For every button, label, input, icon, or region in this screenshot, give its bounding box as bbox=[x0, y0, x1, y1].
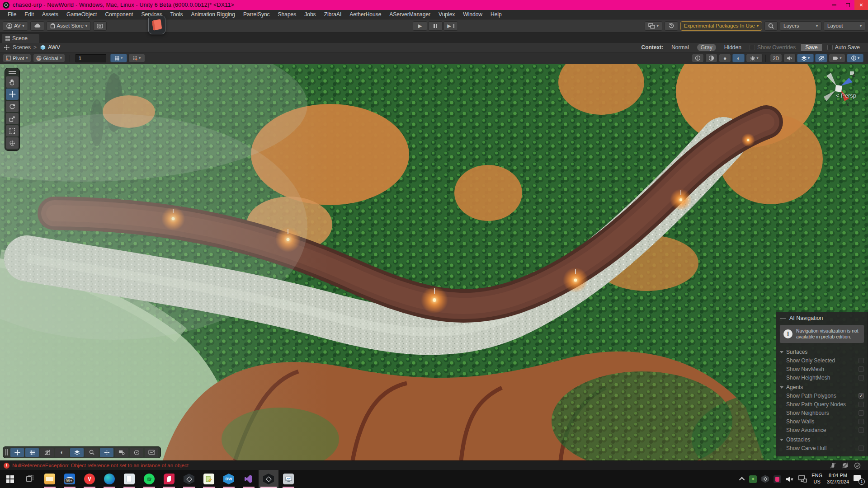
menu-edit[interactable]: Edit bbox=[20, 10, 38, 19]
toggle-show-neighbours[interactable]: Show Neighbours bbox=[776, 408, 868, 417]
checkbox[interactable] bbox=[859, 366, 864, 372]
show-overrides-toggle[interactable]: Show Overrides bbox=[750, 44, 796, 51]
render-mode-icon-button[interactable] bbox=[692, 54, 704, 62]
section-agents[interactable]: Agents bbox=[776, 382, 868, 391]
move-tool[interactable] bbox=[6, 89, 19, 100]
start-button[interactable] bbox=[0, 470, 20, 488]
panel-drag-handle[interactable] bbox=[780, 317, 786, 319]
cloud-button[interactable] bbox=[30, 21, 44, 31]
checkbox[interactable] bbox=[859, 446, 864, 451]
checkbox[interactable] bbox=[859, 419, 864, 424]
section-surfaces[interactable]: Surfaces bbox=[776, 347, 868, 356]
volume-muted-icon[interactable] bbox=[786, 476, 794, 483]
debug-effects-dropdown[interactable]: ▾ bbox=[746, 54, 763, 62]
taskbar-icon-visual-studio[interactable] bbox=[239, 470, 259, 488]
search-button[interactable] bbox=[764, 21, 778, 31]
record-button[interactable] bbox=[93, 21, 107, 31]
checkbox[interactable] bbox=[859, 410, 864, 416]
show-overrides-checkbox[interactable] bbox=[750, 45, 755, 50]
scale-tool[interactable] bbox=[6, 113, 19, 124]
network-icon[interactable] bbox=[798, 475, 807, 483]
taskbar-icon-mail[interactable]: 99+ bbox=[60, 470, 80, 488]
taskbar-icon-vivaldi[interactable]: V bbox=[80, 470, 99, 488]
rect-tool[interactable] bbox=[6, 125, 19, 136]
clock[interactable]: 8:04 PM 3/27/2024 bbox=[827, 473, 849, 485]
orientation-gizmo[interactable]: z x bbox=[818, 69, 859, 109]
toggle-show-walls[interactable]: Show Walls bbox=[776, 417, 868, 426]
menu-vuplex[interactable]: Vuplex bbox=[434, 10, 459, 19]
account-dropdown[interactable]: AV▾ bbox=[3, 21, 28, 31]
tray-pink-app-icon[interactable] bbox=[774, 475, 781, 483]
maximize-button[interactable] bbox=[841, 0, 854, 10]
save-button[interactable]: Save bbox=[800, 43, 822, 52]
breadcrumb-current[interactable]: AWV bbox=[48, 44, 60, 51]
auto-save-checkbox[interactable] bbox=[827, 45, 833, 50]
menu-help[interactable]: Help bbox=[486, 10, 506, 19]
asset-store-button[interactable]: Asset Store▾ bbox=[47, 21, 91, 31]
rotate-tool[interactable] bbox=[6, 101, 19, 112]
taskbar-icon-unity-hub[interactable] bbox=[179, 470, 199, 488]
checkbox[interactable] bbox=[859, 402, 864, 407]
checkbox[interactable] bbox=[859, 375, 864, 380]
undo-history-button[interactable] bbox=[665, 21, 678, 31]
auto-save-toggle[interactable]: Auto Save bbox=[827, 44, 860, 51]
taskbar-icon-unity-editor[interactable] bbox=[259, 470, 278, 488]
taskbar-icon-explorer[interactable] bbox=[40, 470, 60, 488]
titlebar[interactable]: chased-urp - NewWorld - Windows, Mac, Li… bbox=[0, 0, 868, 10]
step-button[interactable]: ▶ bbox=[443, 21, 458, 31]
hidden-objects-toggle[interactable] bbox=[815, 54, 827, 62]
layout-dropdown[interactable]: Layout▾ bbox=[824, 21, 865, 31]
close-button[interactable]: × bbox=[854, 0, 868, 10]
task-view-button[interactable] bbox=[20, 470, 40, 488]
progress-check-icon[interactable] bbox=[854, 462, 861, 469]
scene-viewport[interactable]: z x < Persp AI Navigation ! Navigation v… bbox=[0, 64, 868, 460]
palette-drag-handle[interactable] bbox=[9, 71, 16, 74]
experimental-packages-button[interactable]: Experimental Packages In Use ▾ bbox=[680, 21, 762, 31]
global-dropdown[interactable]: Global▾ bbox=[33, 54, 65, 62]
pause-button[interactable] bbox=[428, 21, 443, 31]
taskbar-icon-red-app[interactable] bbox=[159, 470, 179, 488]
menu-gameobject[interactable]: GameObject bbox=[62, 10, 101, 19]
checkbox[interactable] bbox=[859, 358, 864, 363]
lighting-toggle[interactable]: ● bbox=[719, 54, 731, 62]
transform-tool[interactable] bbox=[6, 137, 19, 149]
tab-scene[interactable]: Scene bbox=[2, 34, 39, 43]
overlay-stats[interactable] bbox=[145, 448, 158, 457]
taskbar-icon-notes[interactable] bbox=[199, 470, 219, 488]
overlay-move-tool[interactable] bbox=[10, 448, 24, 457]
audio-mute-toggle[interactable] bbox=[783, 54, 796, 62]
section-obstacles[interactable]: Obstacles bbox=[776, 434, 868, 444]
console-error-message[interactable]: NullReferenceException: Object reference… bbox=[12, 463, 189, 468]
context-option-hidden[interactable]: Hidden bbox=[721, 44, 745, 51]
menu-zibraai[interactable]: ZibraAI bbox=[320, 10, 346, 19]
overlay-camera-tool[interactable] bbox=[115, 448, 128, 457]
menu-jobs[interactable]: Jobs bbox=[300, 10, 320, 19]
checkbox-checked[interactable]: ✓ bbox=[859, 393, 864, 399]
package-notification-icon[interactable] bbox=[148, 15, 165, 34]
pivot-dropdown[interactable]: Pivot▾ bbox=[3, 54, 31, 62]
camera-settings-dropdown[interactable]: ▾ bbox=[829, 54, 845, 62]
taskbar-icon-spotify[interactable] bbox=[139, 470, 159, 488]
taskbar-icon-notepad[interactable] bbox=[119, 470, 139, 488]
context-option-gray[interactable]: Gray bbox=[697, 44, 716, 51]
toggle-show-path-query-nodes[interactable]: Show Path Query Nodes bbox=[776, 400, 868, 408]
overlay-search[interactable] bbox=[85, 448, 99, 457]
taskbar-icon-blue-hexagon[interactable]: DW bbox=[219, 470, 239, 488]
overlay-drag-handle[interactable] bbox=[5, 449, 8, 455]
menu-parrelsync[interactable]: ParrelSync bbox=[239, 10, 274, 19]
tray-unity-icon[interactable] bbox=[761, 475, 769, 483]
overlay-shading-toggle[interactable]: ◐ bbox=[55, 448, 69, 457]
toggle-show-heightmesh[interactable]: Show HeightMesh bbox=[776, 373, 868, 382]
toggle-show-only-selected[interactable]: Show Only Selected bbox=[776, 356, 868, 365]
toggle-show-avoidance[interactable]: Show Avoidance bbox=[776, 426, 868, 434]
shading-mode-toggle[interactable]: ◐ bbox=[732, 54, 745, 62]
services-offline-icon[interactable] bbox=[842, 462, 849, 469]
menu-animation-rigging[interactable]: Animation Rigging bbox=[187, 10, 239, 19]
view-hand-tool[interactable] bbox=[6, 76, 19, 88]
grid-visibility-toggle[interactable]: ▾ bbox=[128, 54, 145, 62]
scene-visibility-icon-button[interactable] bbox=[705, 54, 717, 62]
toggle-show-path-polygons[interactable]: Show Path Polygons✓ bbox=[776, 391, 868, 400]
multiplay-dropdown[interactable]: ▾ bbox=[645, 21, 662, 31]
language-indicator[interactable]: ENG US bbox=[811, 473, 822, 485]
toggle-show-carve-hull[interactable]: Show Carve Hull bbox=[776, 444, 868, 452]
